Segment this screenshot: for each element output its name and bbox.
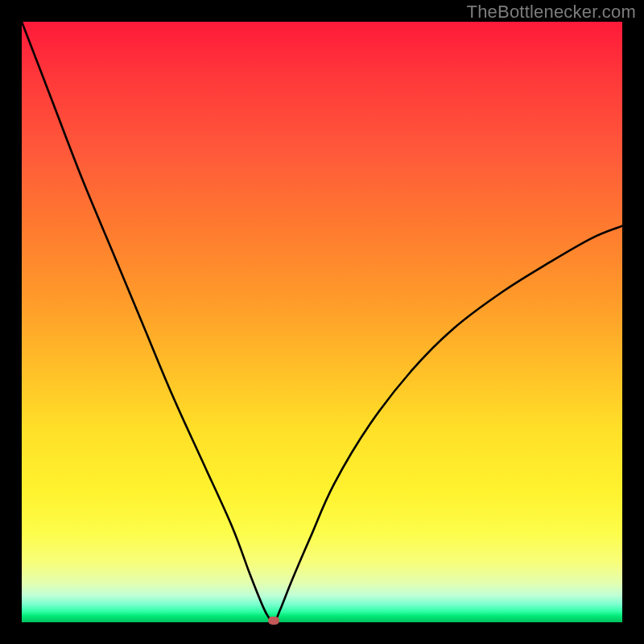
bottleneck-curve: [22, 22, 622, 622]
chart-frame: TheBottlenecker.com: [0, 0, 644, 644]
optimal-point-marker: [268, 617, 279, 625]
watermark-text: TheBottlenecker.com: [467, 2, 636, 23]
